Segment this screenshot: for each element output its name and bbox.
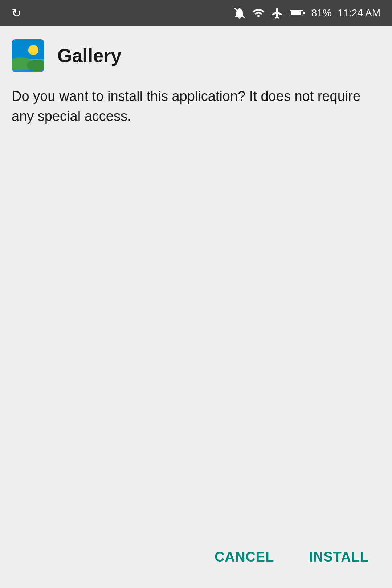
- airplane-mode-icon: [271, 7, 284, 20]
- description-section: Do you want to install this application?…: [0, 83, 392, 138]
- battery-icon: [290, 7, 306, 20]
- app-name: Gallery: [57, 45, 121, 66]
- install-button[interactable]: INSTALL: [300, 543, 377, 571]
- svg-rect-5: [12, 39, 44, 59]
- cancel-button[interactable]: CANCEL: [206, 543, 283, 571]
- bottom-actions: CANCEL INSTALL: [0, 535, 392, 588]
- svg-point-6: [28, 45, 38, 55]
- app-header: Gallery: [0, 26, 392, 83]
- app-icon: [12, 39, 44, 72]
- svg-rect-2: [303, 12, 305, 14]
- svg-rect-3: [291, 11, 301, 15]
- notifications-muted-icon: [233, 7, 246, 20]
- battery-percent: 81%: [311, 7, 332, 19]
- status-bar: ↻ 81% 1: [0, 0, 392, 26]
- wifi-icon: [252, 7, 265, 20]
- status-bar-left: ↻: [12, 6, 21, 20]
- refresh-icon: ↻: [12, 6, 21, 20]
- clock: 11:24 AM: [338, 7, 380, 19]
- status-bar-right: 81% 11:24 AM: [233, 7, 380, 20]
- description-text: Do you want to install this application?…: [12, 86, 380, 126]
- content-spacer: [0, 138, 392, 535]
- main-content: Gallery Do you want to install this appl…: [0, 26, 392, 588]
